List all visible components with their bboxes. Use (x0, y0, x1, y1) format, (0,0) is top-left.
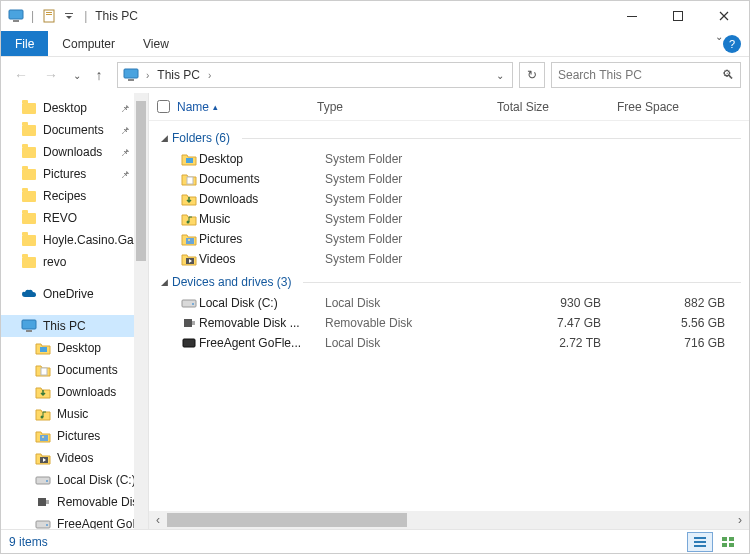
list-item[interactable]: PicturesSystem Folder (153, 229, 749, 249)
column-header-free[interactable]: Free Space (617, 100, 749, 114)
list-item[interactable]: Removable Disk ...Removable Disk7.47 GB5… (153, 313, 749, 333)
item-free-space: 5.56 GB (625, 316, 749, 330)
back-button[interactable]: ← (9, 63, 33, 87)
qat-dropdown-icon[interactable] (60, 7, 78, 25)
svg-rect-13 (41, 368, 47, 375)
scrollbar-thumb[interactable] (136, 101, 146, 261)
item-type: Removable Disk (325, 316, 505, 330)
up-button[interactable]: ↑ (87, 63, 111, 87)
column-headers: Name▴ Type Total Size Free Space (149, 93, 749, 121)
ext-icon (181, 336, 199, 350)
svg-point-23 (46, 524, 48, 526)
sidebar-item-quick[interactable]: Pictures📌︎ (1, 163, 148, 185)
history-dropdown-icon[interactable]: ⌄ (73, 70, 81, 81)
list-item[interactable]: VideosSystem Folder (153, 249, 749, 269)
nav-scrollbar[interactable] (134, 93, 148, 529)
svg-rect-18 (36, 477, 50, 484)
address-bar[interactable]: › This PC › ⌄ (117, 62, 513, 88)
group-header-folders[interactable]: ◢ Folders (6) (153, 125, 749, 149)
svg-rect-12 (40, 347, 47, 352)
tiles-view-button[interactable] (715, 532, 741, 552)
sidebar-item-pc-child[interactable]: Documents (1, 359, 148, 381)
svg-rect-7 (674, 12, 683, 21)
sidebar-item-pc-child[interactable]: Local Disk (C:) (1, 469, 148, 491)
computer-tab[interactable]: Computer (48, 31, 129, 56)
file-tab[interactable]: File (1, 31, 48, 56)
svg-rect-8 (124, 69, 138, 78)
sidebar-item-quick[interactable]: revo (1, 251, 148, 273)
sidebar-item-quick[interactable]: Recipes (1, 185, 148, 207)
search-input[interactable]: Search This PC 🔍︎ (551, 62, 741, 88)
list-item[interactable]: MusicSystem Folder (153, 209, 749, 229)
item-name: Pictures (199, 232, 325, 246)
sidebar-item-quick[interactable]: Downloads📌︎ (1, 141, 148, 163)
this-pc-icon (7, 7, 25, 25)
list-item[interactable]: FreeAgent GoFle...Local Disk2.72 TB716 G… (153, 333, 749, 353)
properties-icon[interactable] (40, 7, 58, 25)
usb-icon (35, 494, 51, 510)
column-header-type[interactable]: Type (317, 100, 497, 114)
horizontal-scrollbar[interactable]: ‹ › (149, 511, 749, 529)
pin-icon: 📌︎ (120, 169, 130, 180)
refresh-button[interactable]: ↻ (519, 62, 545, 88)
maximize-button[interactable] (655, 1, 701, 31)
item-type: Local Disk (325, 296, 505, 310)
close-button[interactable] (701, 1, 747, 31)
sidebar-item-label: Videos (57, 451, 93, 465)
onedrive-icon (21, 286, 37, 302)
breadcrumb[interactable]: This PC (153, 68, 204, 82)
sidebar-item-quick[interactable]: Hoyle.Casino.Ga (1, 229, 148, 251)
search-icon: 🔍︎ (722, 68, 734, 82)
folder-icon (21, 144, 37, 160)
sidebar-item-onedrive[interactable]: OneDrive (1, 283, 148, 305)
sidebar-item-this-pc[interactable]: This PC (1, 315, 148, 337)
svg-rect-30 (182, 300, 196, 307)
sidebar-item-pc-child[interactable]: Music (1, 403, 148, 425)
view-tab[interactable]: View (129, 31, 183, 56)
list-item[interactable]: DownloadsSystem Folder (153, 189, 749, 209)
sidebar-item-quick[interactable]: Desktop📌︎ (1, 97, 148, 119)
chevron-right-icon[interactable]: › (142, 70, 153, 81)
item-count: 9 items (9, 535, 48, 549)
list-item[interactable]: DesktopSystem Folder (153, 149, 749, 169)
ribbon-expand-icon[interactable]: ⌄ (715, 31, 723, 56)
list-item[interactable]: Local Disk (C:)Local Disk930 GB882 GB (153, 293, 749, 313)
item-free-space: 716 GB (625, 336, 749, 350)
scrollbar-thumb[interactable] (167, 513, 407, 527)
folder-icon (35, 450, 51, 466)
folder-icon (181, 192, 199, 206)
sidebar-item-label: Music (57, 407, 88, 421)
disk-icon (35, 472, 51, 488)
sidebar-item-label: Documents (43, 123, 104, 137)
item-type: System Folder (325, 232, 505, 246)
sort-ascending-icon: ▴ (213, 102, 218, 112)
sidebar-item-pc-child[interactable]: Downloads (1, 381, 148, 403)
sidebar-item-pc-child[interactable]: FreeAgent GoFle (1, 513, 148, 529)
item-name: Music (199, 212, 325, 226)
chevron-right-icon[interactable]: › (204, 70, 215, 81)
sidebar-item-pc-child[interactable]: Desktop (1, 337, 148, 359)
group-header-drives[interactable]: ◢ Devices and drives (3) (153, 269, 749, 293)
sidebar-item-pc-child[interactable]: Pictures (1, 425, 148, 447)
sidebar-item-pc-child[interactable]: Removable Disk (1, 491, 148, 513)
scroll-right-icon[interactable]: › (731, 511, 749, 529)
pin-icon: 📌︎ (120, 103, 130, 114)
help-icon[interactable]: ? (723, 35, 741, 53)
minimize-button[interactable] (609, 1, 655, 31)
address-dropdown-icon[interactable]: ⌄ (490, 70, 510, 81)
sidebar-item-pc-child[interactable]: Videos (1, 447, 148, 469)
sidebar-item-quick[interactable]: Documents📌︎ (1, 119, 148, 141)
list-item[interactable]: DocumentsSystem Folder (153, 169, 749, 189)
scroll-left-icon[interactable]: ‹ (149, 511, 167, 529)
this-pc-icon (120, 65, 142, 85)
column-header-name[interactable]: Name▴ (177, 100, 317, 114)
forward-button[interactable]: → (39, 63, 63, 87)
select-all-checkbox[interactable] (157, 100, 177, 113)
details-view-button[interactable] (687, 532, 713, 552)
column-header-total[interactable]: Total Size (497, 100, 617, 114)
collapse-icon[interactable]: ◢ (161, 133, 168, 143)
sidebar-item-quick[interactable]: REVO (1, 207, 148, 229)
svg-rect-40 (722, 543, 727, 547)
collapse-icon[interactable]: ◢ (161, 277, 168, 287)
svg-point-19 (46, 480, 48, 482)
